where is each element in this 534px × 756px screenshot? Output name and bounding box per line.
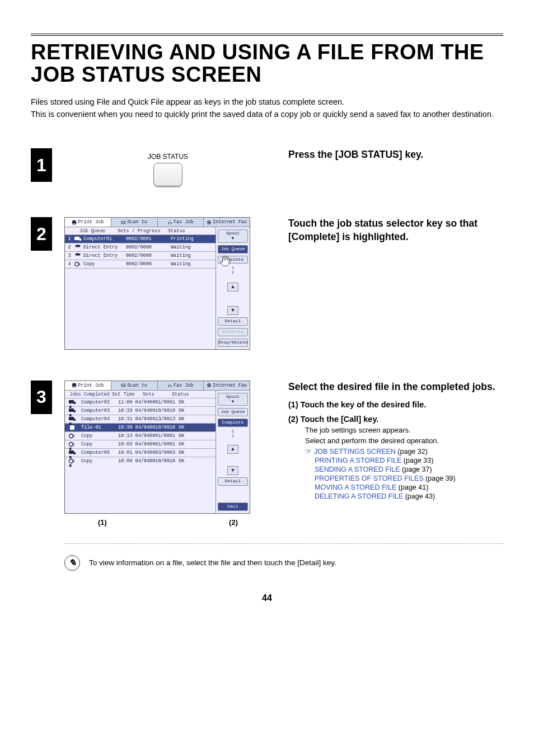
globe-icon bbox=[207, 220, 212, 225]
jobqueue-button[interactable]: Job Queue bbox=[218, 408, 248, 416]
job-row[interactable]: 4Copy0002/0000Waiting bbox=[65, 260, 216, 268]
fax-icon bbox=[167, 220, 172, 225]
scroll-down-button[interactable]: ▼ bbox=[227, 306, 238, 315]
tab-fax-job[interactable]: Fax Job bbox=[158, 218, 204, 227]
priority-button[interactable]: Priority bbox=[218, 328, 248, 336]
col-head-status: Status bbox=[172, 392, 194, 397]
step3-sub2: (2) Touch the [Call] key. bbox=[288, 415, 503, 424]
device-screen-step2: Print Job Scan to Fax Job Internet Fax J… bbox=[64, 217, 250, 350]
tab-scan-to[interactable]: Scan to bbox=[111, 218, 158, 227]
xref-link: DELETING A STORED FILE (page 43) bbox=[305, 492, 503, 500]
hand-cursor-icon bbox=[219, 255, 232, 267]
tab-print-job[interactable]: Print Job bbox=[65, 218, 111, 227]
globe-icon bbox=[207, 383, 212, 388]
xref-link: MOVING A STORED FILE (page 41) bbox=[305, 483, 503, 491]
key-label: JOB STATUS bbox=[148, 153, 188, 161]
detail-button[interactable]: Detail bbox=[218, 477, 248, 486]
tab-scan-to[interactable]: Scan to bbox=[111, 381, 158, 390]
xref-link: PRINTING A STORED FILE (page 33) bbox=[305, 457, 503, 464]
xref-link: ☞JOB SETTINGS SCREEN (page 32) bbox=[305, 447, 503, 456]
job-status-hardkey[interactable] bbox=[153, 163, 182, 186]
col-head-status: Status bbox=[168, 228, 202, 234]
call-button[interactable]: Call bbox=[218, 503, 248, 511]
detail-button[interactable]: Detail bbox=[218, 317, 248, 326]
tab-internet-fax[interactable]: Internet Fax bbox=[204, 381, 250, 390]
link[interactable]: MOVING A STORED FILE bbox=[315, 483, 396, 491]
step3-body2: Select and perform the desired operation… bbox=[305, 436, 503, 445]
printer-icon bbox=[72, 383, 77, 388]
page-title: RETRIEVING AND USING A FILE FROM THE JOB… bbox=[31, 41, 503, 86]
spool-button[interactable]: Spool▼ bbox=[218, 229, 248, 243]
job-row[interactable]: Copy10:13 04/040001/0001OK bbox=[65, 431, 216, 440]
col-head-completed: Jobs Completed bbox=[67, 392, 112, 397]
job-row[interactable]: 1Computer010002/0001Printing bbox=[65, 234, 216, 243]
scroll-down-button[interactable]: ▼ bbox=[227, 466, 238, 475]
col-head-settime: Set Time bbox=[112, 392, 143, 397]
callout-1: (1) bbox=[98, 518, 107, 527]
fax-icon bbox=[167, 383, 172, 388]
job-row[interactable]: Copy10:03 04/040001/0001OK bbox=[65, 440, 216, 448]
step-number: 3 bbox=[31, 381, 52, 414]
step3-body1: The job settings screen appears. bbox=[305, 426, 503, 434]
step2-instruction: Touch the job status selector key so tha… bbox=[288, 217, 503, 243]
scroll-up-button[interactable]: ▲ bbox=[227, 445, 238, 454]
job-row[interactable]: Computer0310:33 04/040010/0010OK bbox=[65, 406, 216, 415]
printer-icon bbox=[72, 220, 77, 225]
device-screen-step3: Print Job Scan to Fax Job Internet Fax J… bbox=[64, 381, 250, 514]
link[interactable]: PROPERTIES OF STORED FILES bbox=[315, 475, 424, 482]
jobqueue-button[interactable]: Job Queue bbox=[218, 245, 248, 253]
note-text: To view information on a file, select th… bbox=[89, 558, 336, 567]
job-row[interactable]: Computer0510:01 04/040003/0003OK bbox=[65, 448, 216, 457]
intro-text: Files stored using File and Quick File a… bbox=[31, 96, 503, 121]
job-row[interactable]: 3Direct Entry0002/0000Waiting bbox=[65, 251, 216, 260]
tab-internet-fax[interactable]: Internet Fax bbox=[204, 218, 250, 227]
link[interactable]: PRINTING A STORED FILE bbox=[315, 457, 401, 464]
stop-delete-button[interactable]: Stop/Delete bbox=[218, 339, 248, 347]
tab-print-job[interactable]: Print Job bbox=[65, 381, 111, 390]
col-head-jobqueue: Job Queue bbox=[67, 228, 118, 234]
scan-icon bbox=[121, 383, 126, 388]
xref-link: PROPERTIES OF STORED FILES (page 39) bbox=[305, 475, 503, 482]
link[interactable]: JOB SETTINGS SCREEN bbox=[314, 448, 396, 456]
job-row[interactable]: Copy10:00 04/040010/0010OK bbox=[65, 457, 216, 465]
tab-fax-job[interactable]: Fax Job bbox=[158, 381, 204, 390]
scan-icon bbox=[121, 220, 126, 225]
job-row[interactable]: file-0110:30 04/040010/0010OK bbox=[65, 423, 216, 431]
complete-button[interactable]: Complete bbox=[218, 419, 248, 427]
step-2: 2 Print Job Scan to Fax Job Internet Fax… bbox=[31, 217, 503, 350]
step3-sub1: (1) Touch the key of the desired file. bbox=[288, 400, 503, 409]
step-3: 3 Print Job Scan to Fax Job Internet Fax… bbox=[31, 381, 503, 527]
pointer-icon: ☞ bbox=[305, 447, 312, 456]
step-number: 2 bbox=[31, 217, 52, 251]
step-number: 1 bbox=[31, 148, 52, 182]
job-row[interactable]: Computer0211:00 04/040001/0001OK bbox=[65, 398, 216, 406]
callout-2: (2) bbox=[229, 518, 238, 527]
page-number: 44 bbox=[31, 593, 503, 603]
job-row[interactable]: 2Direct Entry0002/0000Waiting bbox=[65, 243, 216, 251]
step-1: 1 JOB STATUS Press the [JOB STATUS] key. bbox=[31, 148, 503, 186]
link[interactable]: DELETING A STORED FILE bbox=[315, 492, 403, 500]
pencil-icon: ✎ bbox=[64, 555, 80, 571]
job-row[interactable]: Computer0410:31 04/040013/0013OK bbox=[65, 415, 216, 423]
step3-title: Select the desired file in the completed… bbox=[288, 381, 503, 394]
spool-button[interactable]: Spool▼ bbox=[218, 393, 248, 406]
col-head-progress: Sets / Progress bbox=[118, 228, 168, 234]
step1-instruction: Press the [JOB STATUS] key. bbox=[288, 148, 503, 162]
xref-link: SENDING A STORED FILE (page 37) bbox=[305, 466, 503, 473]
note-row: ✎ To view information on a file, select … bbox=[64, 543, 503, 571]
col-head-sets: Sets bbox=[143, 392, 172, 397]
scroll-up-button[interactable]: ▲ bbox=[227, 283, 238, 292]
link[interactable]: SENDING A STORED FILE bbox=[315, 466, 400, 473]
